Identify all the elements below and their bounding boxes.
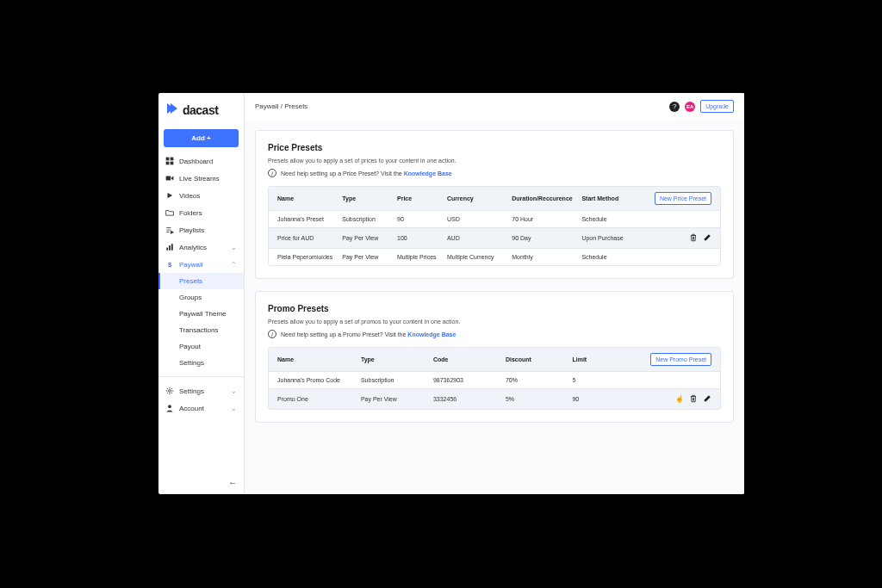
cursor-icon: ☝ — [675, 395, 684, 404]
col-duration: Duration/Reccurence — [512, 195, 581, 201]
sidebar-item-live-streams[interactable]: Live Streams — [158, 170, 244, 187]
cell-name: Johanna's Preset — [277, 216, 342, 222]
camera-icon — [165, 174, 174, 183]
chevron-down-icon: ⌄ — [231, 387, 237, 395]
price-presets-title: Price Presets — [268, 143, 721, 152]
logo-text: dacast — [183, 103, 218, 117]
cell-start: Schedule — [581, 216, 642, 222]
col-price: Price — [397, 195, 447, 201]
svg-rect-3 — [171, 162, 174, 165]
submenu-payout[interactable]: Payout — [158, 338, 244, 355]
sidebar-item-label: Analytics — [179, 244, 207, 251]
logo[interactable]: dacast — [158, 93, 244, 127]
cell-currency: Multiple Currency — [447, 254, 512, 260]
col-type: Type — [342, 195, 397, 201]
gear-icon — [165, 387, 174, 395]
svg-text:$: $ — [168, 261, 172, 269]
cell-duration: 70 Hour — [512, 216, 581, 222]
sidebar-item-playlists[interactable]: Playlists — [158, 221, 244, 238]
edit-icon[interactable] — [703, 394, 711, 404]
content: Price Presets Presets allow you to apply… — [245, 120, 744, 494]
dashboard-icon — [165, 157, 174, 165]
cell-price: 100 — [397, 235, 447, 241]
chevron-down-icon: ⌄ — [231, 405, 237, 412]
sidebar-item-label: Paywall — [179, 261, 203, 269]
cell-currency: AUD — [447, 235, 512, 241]
sidebar-item-label: Account — [179, 405, 204, 412]
new-price-preset-button[interactable]: New Price Preset — [655, 192, 711, 205]
svg-rect-2 — [166, 162, 170, 165]
sidebar-item-label: Videos — [179, 192, 200, 200]
new-promo-preset-button[interactable]: New Promo Preset — [650, 353, 711, 366]
promo-table-head: Name Type Code Discount Limit New Promo … — [269, 348, 720, 371]
submenu-groups[interactable]: Groups — [158, 289, 244, 306]
submenu-settings[interactable]: Settings — [158, 355, 244, 371]
playlist-icon — [165, 226, 174, 234]
sidebar-item-account[interactable]: Account ⌄ — [158, 399, 244, 417]
svg-rect-7 — [171, 244, 173, 251]
sidebar-item-label: Folders — [179, 209, 202, 217]
table-row[interactable]: Promo One Pay Per View 3332456 5% 90 ☝ — [269, 388, 720, 409]
help-icon[interactable]: ? — [669, 102, 680, 112]
sidebar-item-settings[interactable]: Settings ⌄ — [158, 382, 244, 399]
info-icon: i — [268, 330, 276, 338]
price-presets-desc: Presets allow you to apply a set of pric… — [268, 158, 721, 164]
promo-presets-card: Promo Presets Presets allow you to apply… — [255, 291, 734, 423]
cell-currency: USD — [447, 216, 512, 222]
submenu-transactions[interactable]: Transactions — [158, 322, 244, 338]
table-row[interactable]: Price for AUD Pay Per View 100 AUD 90 Da… — [269, 227, 720, 248]
sidebar-item-folders[interactable]: Folders — [158, 204, 244, 221]
trash-icon[interactable] — [689, 233, 698, 243]
topbar-right: ? EA Upgrade — [669, 100, 734, 113]
avatar[interactable]: EA — [685, 102, 695, 112]
chevron-up-icon: ⌃ — [231, 261, 237, 269]
cell-price: Multiple Prices — [397, 254, 447, 260]
edit-icon[interactable] — [703, 233, 711, 243]
app-frame: dacast Add + Dashboard Live Streams Vide… — [158, 93, 744, 494]
dollar-icon: $ — [165, 260, 174, 269]
upgrade-button[interactable]: Upgrade — [700, 100, 734, 113]
promo-presets-title: Promo Presets — [268, 304, 721, 313]
svg-rect-4 — [166, 176, 171, 181]
nav-bottom: Settings ⌄ Account ⌄ — [158, 376, 244, 417]
cell-discount: 5% — [506, 396, 573, 402]
svg-point-9 — [169, 390, 171, 393]
col-currency: Currency — [447, 195, 512, 201]
svg-rect-0 — [166, 158, 170, 161]
main: Paywall / Presets ? EA Upgrade Price Pre… — [245, 93, 744, 494]
cell-duration: Monthly — [512, 254, 581, 260]
sidebar-item-paywall[interactable]: $ Paywall ⌃ — [158, 256, 244, 273]
cell-name: Price for AUD — [277, 235, 342, 241]
table-row[interactable]: Johanna's Preset Subscription 90 USD 70 … — [269, 210, 720, 227]
help-text: Need help setting up a Promo Preset? Vis… — [281, 331, 407, 337]
cell-limit: 90 — [572, 396, 628, 402]
col-name: Name — [277, 195, 342, 201]
price-table-head: Name Type Price Currency Duration/Reccur… — [269, 187, 720, 210]
chevron-down-icon: ⌄ — [231, 244, 237, 251]
table-row[interactable]: Johanna's Promo Code Subscription 987362… — [269, 371, 720, 388]
cell-type: Pay Per View — [342, 254, 397, 260]
sidebar-item-dashboard[interactable]: Dashboard — [158, 152, 244, 170]
submenu-theme[interactable]: Paywall Theme — [158, 306, 244, 322]
table-row[interactable]: Piela Peperomioides Pay Per View Multipl… — [269, 248, 720, 265]
person-icon — [165, 404, 174, 412]
sidebar-item-label: Live Streams — [179, 175, 220, 183]
promo-presets-desc: Presets allow you to apply a set of prom… — [268, 319, 721, 325]
col-start: Start Method — [581, 195, 642, 201]
trash-icon[interactable] — [689, 394, 698, 404]
cell-duration: 90 Day — [512, 235, 581, 241]
cell-discount: 70% — [506, 377, 573, 383]
svg-point-10 — [168, 405, 171, 408]
breadcrumb: Paywall / Presets — [255, 102, 307, 110]
col-discount: Discount — [506, 356, 573, 362]
promo-help-line: i Need help setting up a Promo Preset? V… — [268, 330, 721, 338]
sidebar-item-videos[interactable]: Videos — [158, 187, 244, 204]
knowledge-base-link[interactable]: Knowledge Base — [404, 170, 452, 176]
knowledge-base-link[interactable]: Knowledge Base — [407, 331, 456, 337]
sidebar-item-analytics[interactable]: Analytics ⌄ — [158, 238, 244, 256]
collapse-sidebar-button[interactable]: ← — [158, 471, 244, 494]
play-icon — [165, 191, 174, 200]
cell-name: Johanna's Promo Code — [277, 377, 361, 383]
submenu-presets[interactable]: Presets — [158, 273, 244, 289]
add-button[interactable]: Add + — [164, 129, 239, 147]
